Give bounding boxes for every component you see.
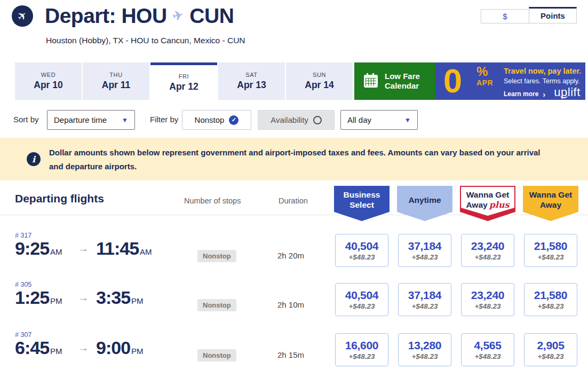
depart-time: 6:45PM <box>15 337 78 358</box>
flight-duration: 2h 20m <box>277 251 304 260</box>
fare-anytime[interactable]: 37,184+$48.23 <box>398 283 451 316</box>
fare-column-wanna-get-away[interactable]: Wanna GetAway <box>523 186 578 221</box>
depart-time: 9:25AM <box>15 238 78 259</box>
arrow-right-icon: → <box>78 292 89 304</box>
uplift-text-block: Travel now, pay later. Select fares. Ter… <box>504 67 584 98</box>
calendar-icon <box>364 75 378 88</box>
sort-dropdown[interactable]: Departure time ▼ <box>47 110 135 130</box>
chevron-down-icon: ▼ <box>404 116 411 124</box>
route-subtitle: Houston (Hobby), TX - HOU to Cancun, Mex… <box>46 36 245 45</box>
day-label: FRI <box>179 73 189 80</box>
plus-suffix: plus <box>489 200 510 210</box>
fare-wanna-get-away[interactable]: 21,580+$48.23 <box>524 234 577 267</box>
uplift-subline: Select fares. Terms apply. <box>504 77 584 85</box>
date-label: Apr 12 <box>169 81 198 92</box>
duration-column-header: Duration <box>279 197 308 205</box>
availability-filter-label: Availability <box>271 115 308 124</box>
depart-plane-icon: ✈ <box>12 5 33 27</box>
flight-duration: 2h 10m <box>277 300 304 309</box>
stops-badge: Nonstop <box>197 250 236 262</box>
fare-wanna-get-away-plus[interactable]: 23,240+$48.23 <box>461 283 514 316</box>
flight-row: # 305 1:25PM → 3:35PM Nonstop 2h 10m 40,… <box>0 279 588 328</box>
nonstop-filter-toggle[interactable]: Nonstop ✓ <box>182 110 251 130</box>
date-tab-strip: WED Apr 10 THU Apr 11 FRI Apr 12 SAT Apr… <box>15 62 354 100</box>
info-icon: i <box>27 152 41 166</box>
date-tab-apr12-active[interactable]: FRI Apr 12 <box>150 62 217 100</box>
fare-business-select[interactable]: 40,504+$48.23 <box>335 234 388 267</box>
fare-column-wanna-get-away-plus[interactable]: Wanna GetAwayplus <box>460 186 515 221</box>
dollars-tab[interactable]: $ <box>481 9 529 23</box>
flight-row: # 307 6:45PM → 9:00PM Nonstop 2h 15m 16,… <box>0 329 588 377</box>
sort-by-label: Sort by <box>13 115 39 124</box>
date-label: Apr 14 <box>305 80 333 91</box>
fare-anytime[interactable]: 13,280+$48.23 <box>398 333 451 366</box>
date-label: Apr 10 <box>34 80 62 91</box>
flight-duration: 2h 15m <box>277 350 304 359</box>
arrow-right-icon: → <box>78 242 89 255</box>
chevron-right-icon: › <box>543 91 545 98</box>
time-of-day-dropdown[interactable]: All day ▼ <box>340 110 418 130</box>
fare-column-business-select[interactable]: BusinessSelect <box>334 186 390 221</box>
uplift-promo-banner[interactable]: 0 % APR Travel now, pay later. Select fa… <box>435 62 585 100</box>
flight-times: 6:45PM → 9:00PM <box>15 337 144 358</box>
currency-toggle: $ Points <box>481 7 577 23</box>
departing-flights-title: Departing flights <box>15 192 104 205</box>
stops-badge: Nonstop <box>197 299 236 311</box>
plane-glyph: ✈ <box>15 8 30 24</box>
flight-times: 9:25AM → 11:45AM <box>15 238 152 259</box>
origin-code: HOU <box>121 4 166 27</box>
points-tab[interactable]: Points <box>529 7 577 23</box>
filter-by-label: Filter by <box>150 115 178 124</box>
stops-badge: Nonstop <box>197 349 236 362</box>
page-title: Depart: HOU✈CUN <box>45 4 234 28</box>
taxes-info-text: Dollar amounts shown below represent gov… <box>49 146 545 174</box>
depart-label: Depart: <box>45 4 116 27</box>
fare-wanna-get-away[interactable]: 2,905+$48.23 <box>524 333 577 366</box>
fare-anytime[interactable]: 37,184+$48.23 <box>398 234 451 267</box>
low-fare-calendar-button[interactable]: Low FareCalendar <box>354 62 435 100</box>
low-fare-calendar-label: Low FareCalendar <box>385 72 420 91</box>
time-of-day-value: All day <box>347 115 371 124</box>
date-label: Apr 11 <box>102 80 131 91</box>
check-icon: ✓ <box>229 115 239 125</box>
dollar-sign: $ <box>503 12 507 21</box>
date-label: Apr 13 <box>237 80 266 91</box>
destination-code: CUN <box>189 4 234 27</box>
date-tab-apr13[interactable]: SAT Apr 13 <box>218 62 285 100</box>
availability-filter-toggle[interactable]: Availability <box>258 110 335 130</box>
chevron-down-icon: ▼ <box>122 116 128 124</box>
date-tab-apr14[interactable]: SUN Apr 14 <box>286 62 353 100</box>
fare-wanna-get-away-plus[interactable]: 4,565+$48.23 <box>461 333 514 366</box>
day-label: WED <box>41 72 55 78</box>
nonstop-filter-label: Nonstop <box>195 115 225 124</box>
arrive-time: 3:35PM <box>96 287 144 308</box>
flight-times: 1:25PM → 3:35PM <box>15 287 144 308</box>
day-label: THU <box>109 72 122 78</box>
flight-search-results-page: ✈ Depart: HOU✈CUN Houston (Hobby), TX - … <box>0 0 588 377</box>
sort-dropdown-value: Departure time <box>54 115 107 124</box>
flight-row: # 317 9:25AM → 11:45AM Nonstop 2h 20m 40… <box>0 230 588 279</box>
route-plane-icon: ✈ <box>171 7 184 23</box>
arrow-right-icon: → <box>78 342 89 354</box>
zero-apr-number: 0 <box>443 61 462 100</box>
percent-apr-label: % APR <box>476 65 493 87</box>
date-tab-apr10[interactable]: WED Apr 10 <box>15 62 82 100</box>
fare-wanna-get-away[interactable]: 21,580+$48.23 <box>524 283 577 316</box>
arrive-time: 11:45AM <box>96 238 152 259</box>
depart-time: 1:25PM <box>15 287 78 308</box>
radio-circle-icon <box>313 116 322 124</box>
date-tab-apr11[interactable]: THU Apr 11 <box>83 62 149 100</box>
fare-business-select[interactable]: 16,600+$48.23 <box>335 333 388 366</box>
uplift-headline: Travel now, pay later. <box>504 67 584 75</box>
fare-business-select[interactable]: 40,504+$48.23 <box>335 283 388 316</box>
arrive-time: 9:00PM <box>96 337 144 358</box>
learn-more-link[interactable]: Learn more <box>504 90 538 98</box>
stops-column-header: Number of stops <box>184 197 241 205</box>
taxes-info-banner: i Dollar amounts shown below represent g… <box>0 138 588 180</box>
day-label: SAT <box>245 72 257 78</box>
day-label: SUN <box>313 72 326 78</box>
uplift-logo: uplift <box>554 87 580 98</box>
fare-wanna-get-away-plus[interactable]: 23,240+$48.23 <box>461 234 514 267</box>
fare-column-anytime[interactable]: Anytime <box>397 186 452 221</box>
